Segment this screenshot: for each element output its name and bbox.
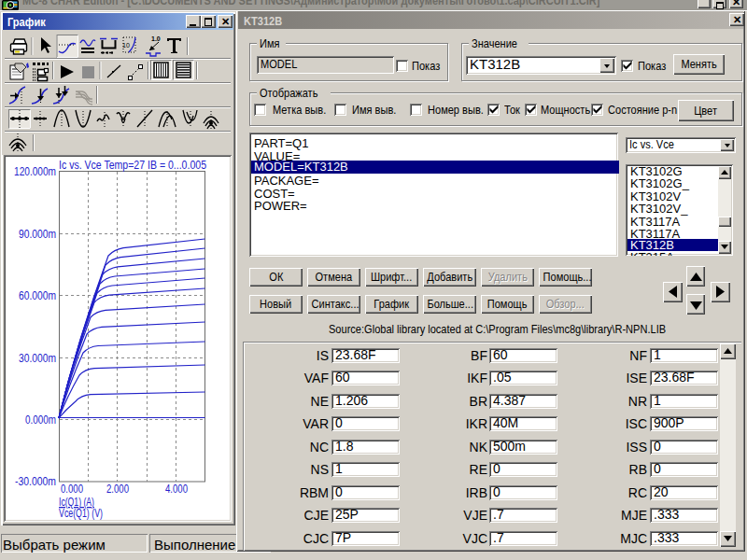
svg-text:90.000m: 90.000m <box>19 227 56 241</box>
svg-text:1.0: 1.0 <box>151 35 161 42</box>
svg-text:Ic vs. Vce Temp=27 IB = 0...0.: Ic vs. Vce Temp=27 IB = 0...0.005 <box>59 158 206 172</box>
svg-text:Vce(Q1) (V): Vce(Q1) (V) <box>59 506 103 520</box>
svg-text:4.000: 4.000 <box>165 482 188 496</box>
svg-text:0.000m: 0.000m <box>25 413 56 427</box>
svg-text:30.000m: 30.000m <box>19 351 56 365</box>
svg-text:10: 10 <box>122 42 130 49</box>
svg-text:60.000m: 60.000m <box>19 288 56 302</box>
svg-text:120.000m: 120.000m <box>14 164 56 178</box>
svg-text:-30.000m: -30.000m <box>15 474 56 488</box>
svg-text:2.000: 2.000 <box>106 482 129 496</box>
svg-text:0.000: 0.000 <box>61 482 83 496</box>
